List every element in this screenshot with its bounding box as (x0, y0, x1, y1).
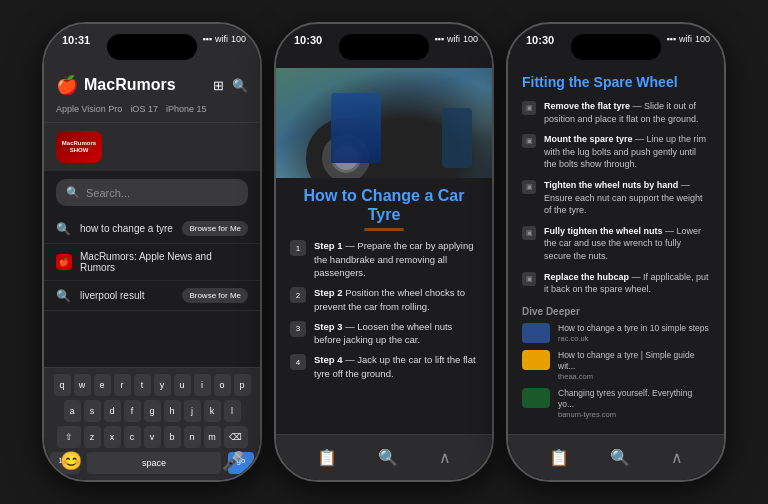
p3-link-content-3: Changing tyres yourself. Everything yo..… (558, 388, 710, 419)
tab-iphone15[interactable]: iPhone 15 (166, 104, 207, 114)
p2-bottom-bar: 📋 🔍 ∧ (276, 434, 492, 480)
p2-pages-icon[interactable]: 📋 (317, 448, 337, 467)
key-q[interactable]: q (54, 374, 71, 396)
key-o[interactable]: o (214, 374, 231, 396)
search-bar[interactable]: 🔍 Search... (56, 179, 248, 206)
battery-icon: 100 (231, 34, 246, 44)
p3-step-3: ▣ Tighten the wheel nuts by hand — Ensur… (522, 179, 710, 217)
status-icons-2: ▪▪▪ wifi 100 (434, 32, 478, 44)
key-c[interactable]: c (124, 426, 141, 448)
p3-step-icon-1: ▣ (522, 101, 536, 115)
key-y[interactable]: y (154, 374, 171, 396)
step-num-2: 2 (290, 287, 306, 303)
p2-step-1: 1 Step 1 — Prepare the car by applying t… (290, 239, 478, 279)
step-num-3: 3 (290, 321, 306, 337)
step-text-4: Step 4 — Jack up the car to lift the fla… (314, 353, 478, 380)
dynamic-island-1 (107, 34, 197, 60)
mic-icon[interactable]: 🎤 (222, 450, 244, 472)
p3-step-bold-2: Mount the spare tyre (544, 134, 633, 144)
key-j[interactable]: j (184, 400, 201, 422)
p2-hero-image (276, 68, 492, 178)
p3-pages-icon[interactable]: 📋 (549, 448, 569, 467)
p2-search-icon[interactable]: 🔍 (378, 448, 398, 467)
key-k[interactable]: k (204, 400, 221, 422)
battery-icon-2: 100 (463, 34, 478, 44)
grid-icon[interactable]: ⊞ (213, 78, 224, 93)
key-d[interactable]: d (104, 400, 121, 422)
p3-step-text-4: Fully tighten the wheel nuts — Lower the… (544, 225, 710, 263)
p1-bottom-row: 😊 🎤 (44, 450, 260, 472)
wifi-icon: wifi (215, 34, 228, 44)
wifi-icon-2: wifi (447, 34, 460, 44)
key-delete[interactable]: ⌫ (224, 426, 248, 448)
key-v[interactable]: v (144, 426, 161, 448)
phone-1: 10:31 ▪▪▪ wifi 100 🍎 MacRumors ⊞ 🔍 Appl (42, 22, 262, 482)
search-suggestion-icon-3: 🔍 (56, 289, 72, 303)
p2-chevron-icon[interactable]: ∧ (439, 448, 451, 467)
p3-link-thumb-1 (522, 323, 550, 343)
key-a[interactable]: a (64, 400, 81, 422)
suggestion-2[interactable]: 🍎 MacRumors: Apple News and Rumors (44, 244, 260, 281)
p3-link-3[interactable]: Changing tyres yourself. Everything yo..… (522, 388, 710, 419)
kb-row-3: ⇧ z x c v b n m ⌫ (48, 426, 256, 448)
step-text-3: Step 3 — Loosen the wheel nuts before ja… (314, 320, 478, 347)
key-z[interactable]: z (84, 426, 101, 448)
browse-for-me-btn-3[interactable]: Browse for Me (182, 288, 248, 303)
p3-link-2[interactable]: How to change a tyre | Simple guide wit.… (522, 350, 710, 381)
p3-step-text-5: Replace the hubcap — If applicable, put … (544, 271, 710, 296)
phone3-screen: 10:30 ▪▪▪ wifi 100 Fitting the Spare Whe… (508, 24, 724, 480)
key-e[interactable]: e (94, 374, 111, 396)
p3-search-icon[interactable]: 🔍 (610, 448, 630, 467)
suggestion-text-2: MacRumors: Apple News and Rumors (80, 251, 248, 273)
p3-chevron-icon[interactable]: ∧ (671, 448, 683, 467)
key-g[interactable]: g (144, 400, 161, 422)
key-s[interactable]: s (84, 400, 101, 422)
suggestion-3[interactable]: 🔍 liverpool result Browse for Me (44, 281, 260, 311)
key-n[interactable]: n (184, 426, 201, 448)
kb-row-1: q w e r t y u i o p (48, 374, 256, 396)
key-b[interactable]: b (164, 426, 181, 448)
p3-link-1[interactable]: How to change a tyre in 10 simple steps … (522, 323, 710, 343)
p3-step-icon-3: ▣ (522, 180, 536, 194)
logo-text: MacRumors (84, 76, 176, 94)
key-x[interactable]: x (104, 426, 121, 448)
search-bar-icon: 🔍 (66, 186, 80, 199)
show-badge: MacRumorsSHOW (56, 131, 102, 163)
phone-2: 10:30 ▪▪▪ wifi 100 How to Change a Car T… (274, 22, 494, 482)
step-num-4: 4 (290, 354, 306, 370)
key-p[interactable]: p (234, 374, 251, 396)
suggestion-1[interactable]: 🔍 how to change a tyre Browse for Me (44, 214, 260, 244)
key-f[interactable]: f (124, 400, 141, 422)
p3-step-bold-5: Replace the hubcap (544, 272, 629, 282)
tab-apple-vision[interactable]: Apple Vision Pro (56, 104, 122, 114)
key-w[interactable]: w (74, 374, 91, 396)
battery-icon-3: 100 (695, 34, 710, 44)
browse-for-me-btn-1[interactable]: Browse for Me (182, 221, 248, 236)
p3-step-1: ▣ Remove the flat tyre — Slide it out of… (522, 100, 710, 125)
dynamic-island-3 (571, 34, 661, 60)
p3-link-domain-1: rac.co.uk (558, 334, 709, 343)
key-l[interactable]: l (224, 400, 241, 422)
step-text-2: Step 2 Position the wheel chocks to prev… (314, 286, 478, 313)
status-icons-3: ▪▪▪ wifi 100 (666, 32, 710, 44)
search-suggestion-icon-1: 🔍 (56, 222, 72, 236)
kb-row-2: a s d f g h j k l (48, 400, 256, 422)
emoji-icon[interactable]: 😊 (60, 450, 82, 472)
tab-ios17[interactable]: iOS 17 (130, 104, 158, 114)
key-shift[interactable]: ⇧ (57, 426, 81, 448)
p3-title: Fitting the Spare Wheel (522, 74, 710, 90)
search-icon[interactable]: 🔍 (232, 78, 248, 93)
phone2-screen: 10:30 ▪▪▪ wifi 100 How to Change a Car T… (276, 24, 492, 480)
wifi-icon-3: wifi (679, 34, 692, 44)
p1-nav-icons: ⊞ 🔍 (213, 78, 248, 93)
p3-step-bold-4: Fully tighten the wheel nuts (544, 226, 663, 236)
key-i[interactable]: i (194, 374, 211, 396)
key-r[interactable]: r (114, 374, 131, 396)
key-t[interactable]: t (134, 374, 151, 396)
key-m[interactable]: m (204, 426, 221, 448)
key-h[interactable]: h (164, 400, 181, 422)
p2-title: How to Change a Car Tyre (290, 186, 478, 224)
p3-step-text-1: Remove the flat tyre — Slide it out of p… (544, 100, 710, 125)
key-u[interactable]: u (174, 374, 191, 396)
p3-link-thumb-2 (522, 350, 550, 370)
